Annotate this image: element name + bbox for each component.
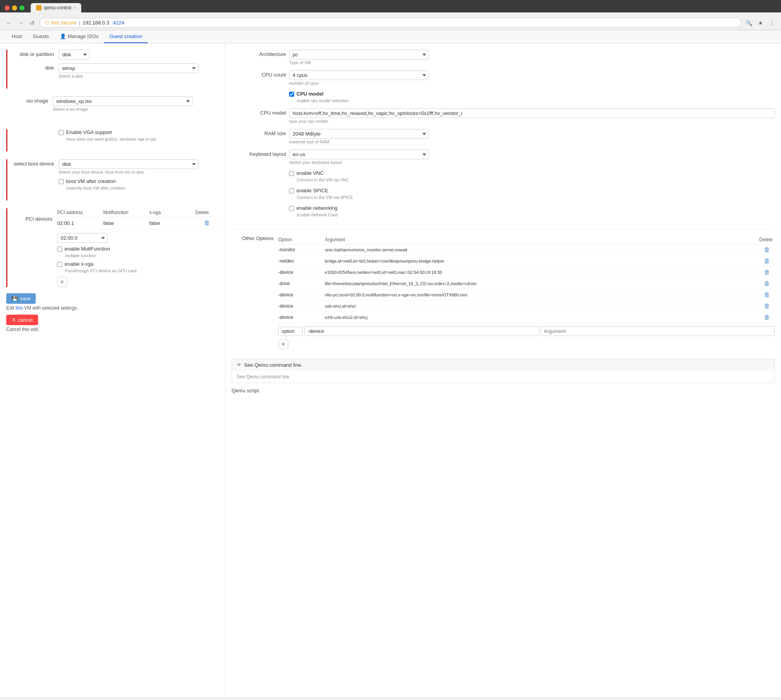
delete-option-3[interactable]: 🗑 <box>759 280 775 287</box>
networking-control: enable networking Enable Network Card <box>289 205 775 217</box>
iso-label: iso image <box>6 96 53 104</box>
enable-networking-checkbox[interactable] <box>289 206 294 211</box>
vnc-control: enable VNC Connect to the VM via VNC <box>289 170 775 182</box>
networking-checkbox-row: enable networking <box>289 205 775 211</box>
keyboard-layout-select[interactable]: en-us de fr <box>289 150 429 159</box>
argument-4: vfio-pci,host=02:00.0,multifunction=on,x… <box>325 293 759 297</box>
ram-size-label: RAM size <box>232 129 286 136</box>
browser-tab-active[interactable]: qemu-control × <box>31 3 81 12</box>
disk-hint: Select a disk <box>59 74 219 78</box>
ram-size-select[interactable]: 2048 MiByte 512 MiByte 1024 MiByte 4096 … <box>289 129 429 139</box>
cpu-model-control: type your cpu model. <box>289 108 775 124</box>
security-icon: ⓘ <box>45 20 49 26</box>
delete-option-2[interactable]: 🗑 <box>759 269 775 276</box>
cancel-button[interactable]: ✕ cancel <box>6 315 38 325</box>
ram-size-row: RAM size 2048 MiByte 512 MiByte 1024 MiB… <box>232 129 775 144</box>
enable-spice-label: enable SPICE <box>296 188 328 193</box>
enable-xvga-checkbox[interactable] <box>57 262 62 267</box>
cpu-model-input[interactable] <box>289 108 775 118</box>
search-icon[interactable]: 🔍 <box>744 19 753 27</box>
architecture-control: pc q35 Type of VM <box>289 50 775 65</box>
pci-table: PCI address Multfunction x-vga Delete 02… <box>57 208 219 229</box>
not-secure-label: Not Secure <box>51 20 77 26</box>
disk-control: winxp Select a disk <box>59 63 219 78</box>
delete-option-0[interactable]: 🗑 <box>759 246 775 253</box>
boot-vm-checkbox[interactable] <box>59 179 64 184</box>
options-row-6: -device ich9-usb-ehci2,id=ehcj 🗑 <box>278 312 775 323</box>
architecture-select[interactable]: pc q35 <box>289 50 429 59</box>
address-divider: | <box>79 20 80 26</box>
delete-option-6[interactable]: 🗑 <box>759 314 775 321</box>
spice-row: enable SPICE Connect to the VM via SPICE <box>232 188 775 200</box>
tab-manage-isos[interactable]: 👤 Manage ISOs <box>54 30 104 43</box>
cpu-model-checkbox[interactable] <box>289 92 294 97</box>
manage-isos-icon: 👤 <box>60 33 66 39</box>
architecture-section: Architecture pc q35 Type of VM CPU count… <box>232 50 775 229</box>
option-1: -netdev <box>278 258 325 264</box>
enable-spice-checkbox[interactable] <box>289 188 294 193</box>
save-button[interactable]: 💾 save <box>6 293 36 304</box>
option-type-dropdown[interactable]: option -device -netdev -drive -monitor <box>278 327 303 336</box>
qemu-header-btn[interactable]: 👁 See Qemu command line. <box>232 359 774 371</box>
cpu-model-cb-label: CPU model <box>296 91 323 97</box>
enable-vnc-checkbox[interactable] <box>289 171 294 176</box>
enable-vga-checkbox-row: Enable VGA support <box>59 129 219 135</box>
save-this-link[interactable]: this <box>16 305 23 311</box>
enable-networking-label: enable networking <box>296 205 338 211</box>
disk-partition-label: disk or partition <box>12 50 59 57</box>
tab-guests[interactable]: Guests <box>28 30 54 43</box>
pci-xvga-cell: false <box>149 220 195 226</box>
networking-row: enable networking Enable Network Card <box>232 205 775 217</box>
disk-partition-section: disk or partition disk partition disk wi… <box>6 50 219 89</box>
pci-select-row: 02:00.0 <box>57 233 219 243</box>
boot-device-select[interactable]: disk iso <box>59 159 199 169</box>
back-button[interactable]: ← <box>5 19 13 27</box>
iso-select[interactable]: windows_xp.iso <box>53 96 193 106</box>
options-row-1: -netdev bridge,id=net0,br=br0,helper=/us… <box>278 256 775 267</box>
tab-bar: qemu-control × <box>31 3 776 12</box>
tab-host[interactable]: Host <box>6 30 28 43</box>
other-options-section: Other Options Option Argument Delete -mo… <box>232 235 775 349</box>
pci-header: PCI devices PCI address Multfunction x-v… <box>10 208 219 229</box>
pci-delete-button[interactable]: 🗑 <box>195 219 219 226</box>
options-table-header: Option Argument Delete <box>278 235 775 244</box>
other-options-label: Other Options <box>232 235 278 241</box>
pci-table-header: PCI address Multfunction x-vga Delete <box>57 208 219 217</box>
cpu-count-label: CPU count <box>232 70 286 78</box>
delete-option-4[interactable]: 🗑 <box>759 291 775 298</box>
tab-close-button[interactable]: × <box>73 5 76 10</box>
vga-spacer <box>12 129 59 131</box>
tab-guest-creation[interactable]: Guest creation <box>104 30 148 43</box>
option-argument-input[interactable] <box>540 326 775 336</box>
close-window-button[interactable] <box>5 5 10 10</box>
disk-select[interactable]: winxp <box>59 63 199 73</box>
enable-multfunction-checkbox[interactable] <box>57 247 62 252</box>
refresh-button[interactable]: ↺ <box>28 19 37 27</box>
disk-partition-select[interactable]: disk partition <box>59 50 90 59</box>
bookmark-icon[interactable]: ★ <box>756 19 765 27</box>
boot-vm-hint: instantly boot VM after creation <box>66 186 219 190</box>
iso-section: iso image windows_xp.iso Select a iso im… <box>6 96 219 122</box>
disk-row: disk winxp Select a disk <box>12 63 219 78</box>
delete-option-5[interactable]: 🗑 <box>759 303 775 310</box>
address-bar[interactable]: ⓘ Not Secure | 192.168.0.3 :4224 <box>40 18 741 28</box>
enable-vga-checkbox[interactable] <box>59 130 64 135</box>
delete-option-1[interactable]: 🗑 <box>759 258 775 265</box>
maximize-window-button[interactable] <box>19 5 24 10</box>
minimize-window-button[interactable] <box>12 5 17 10</box>
boot-device-label: select boot device <box>12 159 59 167</box>
pci-section: PCI devices PCI address Multfunction x-v… <box>6 208 219 287</box>
cpu-count-select[interactable]: 4 cpus 1 cpus 2 cpus 8 cpus <box>289 70 429 80</box>
forward-button[interactable]: → <box>16 19 25 27</box>
pci-add-button[interactable]: + <box>57 277 67 287</box>
option-0: -monitor <box>278 247 325 252</box>
browser-menu-icon[interactable]: ⋮ <box>768 19 776 27</box>
add-option-button[interactable]: + <box>278 339 288 349</box>
enable-vga-label: Enable VGA support <box>66 129 112 135</box>
keyboard-layout-control: en-us de fr Select your keyboard layout <box>289 150 775 165</box>
pci-address-select[interactable]: 02:00.0 <box>57 233 108 243</box>
boot-vm-label: boot VM after creation <box>66 178 116 184</box>
vnc-row: enable VNC Connect to the VM via VNC <box>232 170 775 182</box>
option-value-input[interactable] <box>304 326 539 336</box>
pci-col-address: PCI address <box>57 210 103 215</box>
